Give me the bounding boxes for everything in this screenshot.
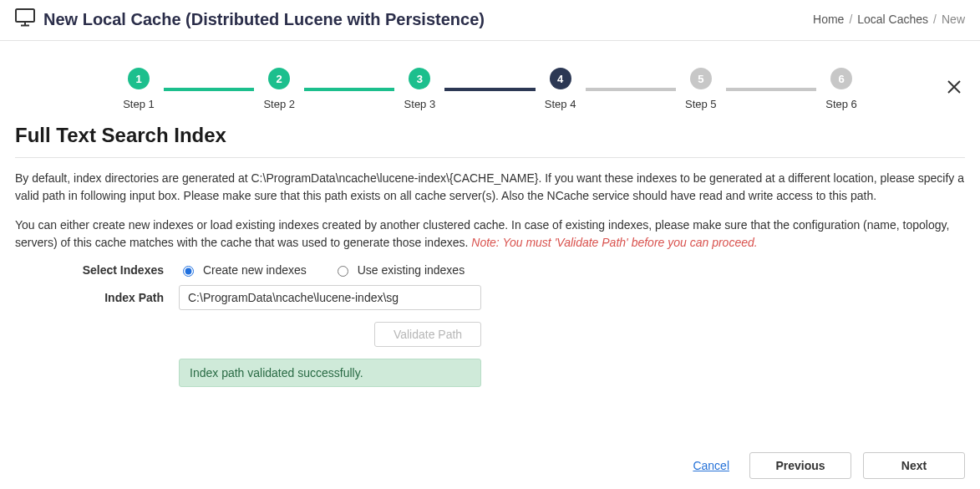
step-5[interactable]: 5 Step 5 (676, 68, 726, 110)
step-circle: 6 (830, 68, 852, 89)
step-circle: 3 (409, 68, 430, 89)
divider (15, 157, 965, 158)
page-title: New Local Cache (Distributed Lucene with… (43, 10, 485, 29)
wizard-stepper: 1 Step 1 2 Step 2 3 Step 3 4 Step 4 5 St… (114, 68, 866, 110)
step-label: Step 6 (825, 98, 857, 110)
radio-use-existing-indexes[interactable]: Use existing indexes (333, 263, 465, 277)
step-connector (164, 88, 254, 91)
breadcrumb-current: New (942, 13, 965, 26)
validation-success-banner: Index path validated successfully. (179, 359, 481, 387)
step-label: Step 4 (545, 98, 576, 110)
breadcrumb-local-caches[interactable]: Local Caches (857, 13, 928, 26)
step-label: Step 2 (263, 98, 295, 110)
step-connector (586, 88, 676, 91)
select-indexes-label: Select Indexes (15, 263, 179, 277)
step-connector (304, 88, 394, 91)
section-title: Full Text Search Index (15, 124, 965, 147)
step-connector (444, 88, 535, 91)
next-button[interactable]: Next (863, 452, 965, 479)
step-label: Step 1 (123, 98, 155, 110)
step-label: Step 3 (404, 98, 436, 110)
step-circle: 1 (128, 68, 150, 89)
radio-create-new-indexes[interactable]: Create new indexes (179, 263, 307, 277)
step-2[interactable]: 2 Step 2 (254, 68, 304, 110)
step-4[interactable]: 4 Step 4 (536, 68, 586, 110)
breadcrumb-separator: / (849, 13, 852, 26)
validate-note: Note: You must 'Validate Path' before yo… (471, 236, 757, 249)
step-6[interactable]: 6 Step 6 (816, 68, 866, 110)
radio-create-input[interactable] (183, 266, 194, 277)
breadcrumb-home[interactable]: Home (813, 13, 844, 26)
previous-button[interactable]: Previous (749, 452, 851, 479)
index-path-input[interactable] (179, 285, 481, 310)
step-connector (726, 88, 816, 91)
radio-use-input[interactable] (338, 266, 348, 277)
step-circle: 5 (690, 68, 712, 89)
index-path-label: Index Path (15, 291, 179, 304)
breadcrumb: Home / Local Caches / New (813, 13, 965, 26)
close-icon[interactable] (943, 74, 965, 103)
cancel-link[interactable]: Cancel (693, 459, 729, 472)
svg-rect-0 (16, 9, 34, 22)
radio-create-label: Create new indexes (203, 263, 307, 277)
breadcrumb-separator: / (933, 13, 937, 26)
validate-path-button[interactable]: Validate Path (374, 322, 481, 347)
step-label: Step 5 (685, 98, 717, 110)
description-paragraph-2: You can either create new indexes or loa… (15, 216, 965, 252)
monitor-icon (15, 8, 43, 30)
radio-use-label: Use existing indexes (358, 263, 465, 277)
step-3[interactable]: 3 Step 3 (394, 68, 444, 110)
step-circle: 4 (550, 68, 571, 89)
step-circle: 2 (268, 68, 290, 89)
description-paragraph-1: By default, index directories are genera… (15, 170, 965, 205)
step-1[interactable]: 1 Step 1 (114, 68, 164, 110)
